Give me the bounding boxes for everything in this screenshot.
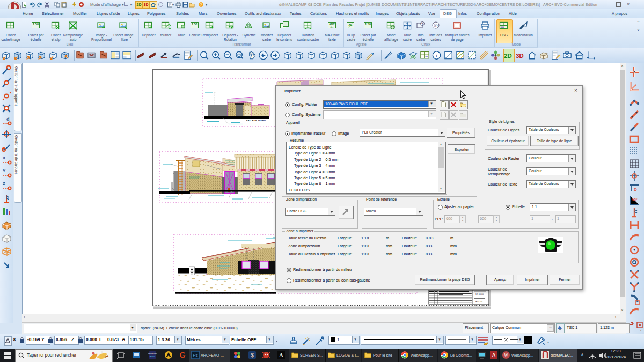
svg-text:G: G: [180, 351, 186, 359]
svg-text:1:5 10.00: 1:5 10.00: [475, 293, 484, 295]
svg-text:X: X: [3, 156, 6, 160]
svg-text:A: A: [492, 352, 496, 358]
svg-text:1:50: 1:50: [365, 23, 371, 26]
svg-text:Ps: Ps: [193, 353, 197, 358]
svg-text:Z: Z: [3, 181, 5, 186]
svg-text:W: W: [504, 353, 508, 358]
svg-text:D: D: [634, 187, 637, 192]
svg-text:A x1234: A x1234: [475, 301, 482, 303]
svg-text:A: A: [279, 352, 283, 358]
svg-text:1:50: 1:50: [192, 23, 197, 26]
svg-text:XC: XC: [349, 23, 353, 26]
svg-text:ⓨ: ⓨ: [434, 24, 438, 27]
svg-text:$: $: [251, 352, 254, 358]
svg-text:Abc: Abc: [330, 26, 333, 28]
svg-text:90°: 90°: [632, 198, 638, 202]
svg-text:i: i: [436, 53, 437, 58]
svg-text:1:50: 1:50: [33, 23, 39, 26]
svg-text:3D: 3D: [516, 53, 524, 59]
svg-text:2D: 2D: [504, 53, 512, 59]
svg-text:Y: Y: [3, 168, 6, 173]
svg-text:ABC: ABC: [329, 23, 335, 26]
svg-text:FACADE NORD: FACADE NORD: [246, 119, 266, 122]
svg-text:d: d: [6, 116, 10, 122]
svg-text:music: music: [150, 355, 155, 358]
svg-text:?: ?: [200, 3, 202, 6]
